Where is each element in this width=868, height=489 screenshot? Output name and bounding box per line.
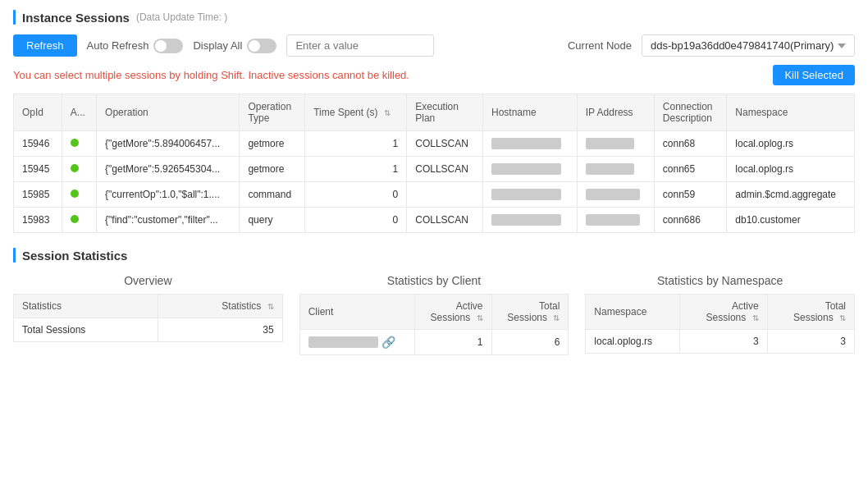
cell-hostname: ██████████ bbox=[482, 157, 577, 182]
cell-hostname: ██████████ bbox=[482, 131, 577, 157]
data-update-time: (Data Update Time: ) bbox=[136, 11, 227, 23]
cell-opid: 15945 bbox=[14, 157, 62, 182]
table-body: 15946 {"getMore":5.894006457... getmore … bbox=[14, 131, 855, 233]
col-hostname: Hostname bbox=[482, 94, 577, 131]
cell-namespace: db10.customer bbox=[727, 208, 855, 233]
session-statistics-section: Session Statistics Overview Statistics S… bbox=[13, 248, 855, 355]
cell-active bbox=[62, 208, 96, 233]
cell-time-spent: 1 bbox=[305, 157, 407, 182]
col-opid: OpId bbox=[14, 94, 62, 131]
overview-sort-icon: ⇅ bbox=[267, 302, 274, 311]
table-row[interactable]: 15983 {"find":"customer","filter"... que… bbox=[14, 208, 855, 233]
cell-execution-plan: COLLSCAN bbox=[407, 208, 483, 233]
active-dot bbox=[71, 215, 79, 223]
toolbar: Refresh Auto Refresh Display All Current… bbox=[13, 34, 855, 57]
stats-accent-bar bbox=[13, 248, 16, 263]
by-namespace-panel: Statistics by Namespace Namespace Active… bbox=[585, 274, 855, 355]
client-col-active[interactable]: ActiveSessions ⇅ bbox=[414, 295, 491, 330]
cell-execution-plan: COLLSCAN bbox=[407, 157, 483, 182]
cell-connection-desc: conn59 bbox=[654, 182, 726, 208]
cell-execution-plan: COLLSCAN bbox=[407, 131, 483, 157]
overview-panel: Overview Statistics Statistics ⇅ Total S… bbox=[13, 274, 283, 355]
cell-active bbox=[62, 131, 96, 157]
search-input[interactable] bbox=[286, 34, 434, 57]
cell-time-spent: 0 bbox=[305, 208, 407, 233]
auto-refresh-toggle-group: Auto Refresh bbox=[87, 39, 184, 53]
cell-ip-address: 11.█████ bbox=[577, 131, 654, 157]
display-all-label: Display All bbox=[193, 39, 242, 52]
overview-table: Statistics Statistics ⇅ Total Sessions 3… bbox=[13, 294, 283, 342]
cell-operation: {"getMore":5.894006457... bbox=[97, 131, 240, 157]
cell-namespace: admin.$cmd.aggregate bbox=[727, 182, 855, 208]
cell-active bbox=[62, 157, 96, 182]
external-link-icon: 🔗 bbox=[381, 336, 395, 349]
cell-execution-plan bbox=[407, 182, 483, 208]
table-header: OpId A... Operation OperationType Time S… bbox=[14, 94, 855, 131]
hostname-blurred: ██████████ bbox=[491, 163, 561, 175]
refresh-button[interactable]: Refresh bbox=[13, 34, 77, 57]
table-row[interactable]: 15946 {"getMore":5.894006457... getmore … bbox=[14, 131, 855, 157]
client-total-sort: ⇅ bbox=[553, 313, 560, 322]
client-cell: ██████████ 🔗 bbox=[299, 330, 414, 355]
display-all-toggle-group: Display All bbox=[193, 39, 276, 53]
active-dot bbox=[71, 139, 79, 147]
by-namespace-title: Statistics by Namespace bbox=[585, 274, 855, 287]
client-total-sessions: 6 bbox=[491, 330, 569, 355]
cell-hostname: ██████████ bbox=[482, 182, 577, 208]
client-body: ██████████ 🔗 1 6 bbox=[299, 330, 569, 355]
cell-hostname: ██████████ bbox=[482, 208, 577, 233]
col-execution-plan: ExecutionPlan bbox=[407, 94, 483, 131]
ns-col-ns: Namespace bbox=[586, 295, 680, 330]
kill-selected-button[interactable]: Kill Selected bbox=[773, 65, 855, 85]
cell-time-spent: 0 bbox=[305, 182, 407, 208]
col-time-spent[interactable]: Time Spent (s) ⇅ bbox=[305, 94, 407, 131]
client-col-total[interactable]: TotalSessions ⇅ bbox=[491, 295, 569, 330]
table-row[interactable]: 15985 {"currentOp":1.0,"$all":1.... comm… bbox=[14, 182, 855, 208]
ns-total-sort: ⇅ bbox=[839, 313, 846, 322]
cell-operation: {"currentOp":1.0,"$all":1.... bbox=[97, 182, 240, 208]
overview-col-stat: Statistics bbox=[14, 295, 158, 318]
instance-sessions-header: Instance Sessions (Data Update Time: ) bbox=[13, 10, 855, 25]
sessions-table: OpId A... Operation OperationType Time S… bbox=[13, 94, 855, 233]
node-select[interactable]: dds-bp19a36dd0e479841740(Primary) bbox=[642, 34, 855, 57]
auto-refresh-toggle[interactable] bbox=[153, 39, 183, 53]
by-client-panel: Statistics by Client Client ActiveSessio… bbox=[299, 274, 569, 355]
auto-refresh-knob bbox=[155, 40, 167, 52]
overview-row: Total Sessions 35 bbox=[14, 318, 283, 342]
display-all-toggle[interactable] bbox=[247, 39, 276, 53]
cell-operation-type: getmore bbox=[240, 131, 305, 157]
client-active-sort: ⇅ bbox=[477, 313, 483, 322]
ns-col-total[interactable]: TotalSessions ⇅ bbox=[767, 295, 854, 330]
cell-connection-desc: conn686 bbox=[654, 208, 726, 233]
cell-opid: 15946 bbox=[14, 131, 62, 157]
ip-blurred: 11.█████ bbox=[586, 138, 634, 149]
cell-operation-type: query bbox=[240, 208, 305, 233]
ip-blurred: 172.█████ bbox=[586, 214, 640, 226]
cell-connection-desc: conn65 bbox=[654, 157, 726, 182]
page-container: Instance Sessions (Data Update Time: ) R… bbox=[0, 0, 868, 489]
info-text: You can select multiple sessions by hold… bbox=[13, 69, 409, 81]
ns-total-sessions: 3 bbox=[767, 330, 854, 354]
stats-panels: Overview Statistics Statistics ⇅ Total S… bbox=[13, 274, 855, 355]
cell-ip-address: 11.█████ bbox=[577, 157, 654, 182]
by-client-table: Client ActiveSessions ⇅ TotalSessions ⇅ … bbox=[299, 294, 569, 355]
display-all-knob bbox=[249, 40, 260, 52]
client-link[interactable]: ██████████ 🔗 bbox=[308, 336, 406, 349]
overview-stat-value: 35 bbox=[158, 318, 282, 342]
table-row[interactable]: 15945 {"getMore":5.926545304... getmore … bbox=[14, 157, 855, 182]
cell-opid: 15985 bbox=[14, 182, 62, 208]
overview-col-val[interactable]: Statistics ⇅ bbox=[158, 295, 282, 318]
client-blurred: ██████████ bbox=[308, 336, 378, 348]
hostname-blurred: ██████████ bbox=[491, 138, 561, 149]
ns-active-sessions: 3 bbox=[680, 330, 767, 354]
stats-section-header: Session Statistics bbox=[13, 248, 855, 263]
col-connection-desc: ConnectionDescription bbox=[654, 94, 726, 131]
ns-col-active[interactable]: ActiveSessions ⇅ bbox=[680, 295, 767, 330]
client-col-client: Client bbox=[299, 295, 414, 330]
cell-ip-address: 100.█████ bbox=[577, 182, 654, 208]
client-row: ██████████ 🔗 1 6 bbox=[299, 330, 569, 355]
overview-body: Total Sessions 35 bbox=[14, 318, 283, 342]
cell-namespace: local.oplog.rs bbox=[727, 131, 855, 157]
namespace-body: local.oplog.rs 3 3 bbox=[586, 330, 855, 354]
active-dot bbox=[71, 164, 79, 172]
